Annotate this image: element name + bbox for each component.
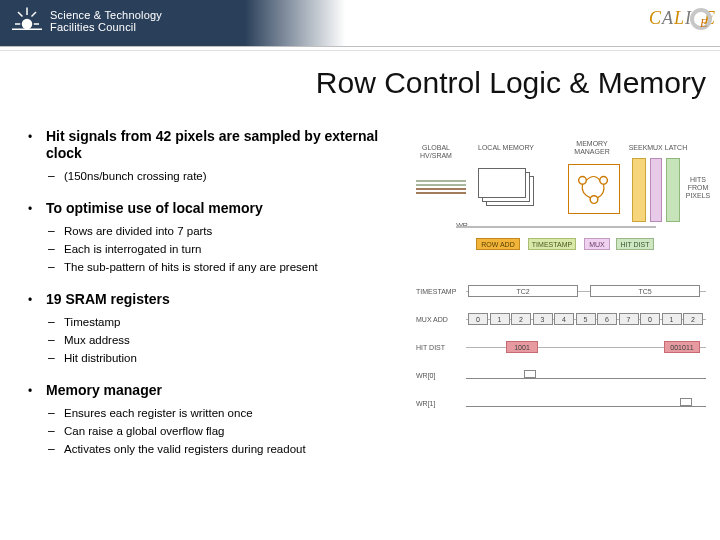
row-hitdist: HIT DIST xyxy=(416,344,464,352)
track-wr0 xyxy=(466,368,706,382)
track-timestamp: TC2 TC5 xyxy=(466,284,706,298)
sub: The sub-pattern of hits is stored if any… xyxy=(46,259,388,275)
sub: Hit distribution xyxy=(46,350,388,366)
mux-cell: 0 xyxy=(640,313,660,325)
sub: Each is interrogated in turn xyxy=(46,241,388,257)
lbl-global: GLOBAL HV/SRAM xyxy=(414,144,458,160)
sub: Can raise a global overflow flag xyxy=(46,423,388,439)
mux-cell: 0 xyxy=(468,313,488,325)
sub: (150ns/bunch crossing rate) xyxy=(46,168,388,184)
bus-lines xyxy=(416,180,466,194)
latch-block xyxy=(666,158,680,222)
sub: Mux address xyxy=(46,332,388,348)
lbl-mux: MUX xyxy=(646,144,664,152)
header-rule xyxy=(0,46,720,47)
bullet-1: To optimise use of local memory Rows are… xyxy=(28,200,388,275)
header-rule2 xyxy=(0,50,720,51)
hitdist-box: HIT DIST xyxy=(616,238,654,250)
lbl-hits: HITS FROM PIXELS xyxy=(684,176,712,200)
bullet-3: Memory manager Ensures each register is … xyxy=(28,382,388,457)
mux-cell: 5 xyxy=(576,313,596,325)
stfc-logo: Science & Technology Facilities Council xyxy=(12,6,162,36)
org-line1: Science & Technology xyxy=(50,9,162,21)
rowadd-box: ROW ADD xyxy=(476,238,520,250)
tc-b: TC5 xyxy=(590,285,700,297)
lbl-seek: SEEK xyxy=(628,144,648,152)
page-title: Row Control Logic & Memory xyxy=(0,66,714,100)
track-hitdist: 1001 001011 xyxy=(466,340,706,354)
bullet-2: 19 SRAM registers Timestamp Mux address … xyxy=(28,291,388,366)
tc-a: TC2 xyxy=(468,285,578,297)
stfc-text: Science & Technology Facilities Council xyxy=(50,9,162,33)
lbl-memmgr: MEMORY MANAGER xyxy=(560,140,624,156)
mux-cell: 1 xyxy=(490,313,510,325)
sub: Timestamp xyxy=(46,314,388,330)
block-diagram: GLOBAL HV/SRAM LOCAL MEMORY MEMORY MANAG… xyxy=(416,140,706,270)
mux-box: MUX xyxy=(584,238,610,250)
svg-point-8 xyxy=(600,177,608,185)
bullet-head: 19 SRAM registers xyxy=(46,291,388,308)
lbl-localmem: LOCAL MEMORY xyxy=(476,144,536,152)
mux-cell: 4 xyxy=(554,313,574,325)
sub: Ensures each register is written once xyxy=(46,405,388,421)
mux-cell: 2 xyxy=(683,313,703,325)
mux-cell: 3 xyxy=(533,313,553,325)
seek-block xyxy=(632,158,646,222)
svg-line-3 xyxy=(32,12,37,17)
calice-logo: CALIE xyxy=(649,8,716,31)
row-wr0: WR[0] xyxy=(416,372,464,380)
svg-line-2 xyxy=(18,12,23,17)
ring-icon xyxy=(690,8,712,30)
diagrams: GLOBAL HV/SRAM LOCAL MEMORY MEMORY MANAG… xyxy=(416,140,706,434)
bullet-head: To optimise use of local memory xyxy=(46,200,388,217)
sun-icon xyxy=(12,6,42,36)
memory-manager-icon xyxy=(568,164,620,214)
content: Hit signals from 42 pixels are sampled b… xyxy=(28,128,388,473)
timing-diagram: TIMESTAMP TC2 TC5 MUX ADD 01234567012 HI… xyxy=(416,284,706,434)
mux-cell: 1 xyxy=(662,313,682,325)
bullet-0: Hit signals from 42 pixels are sampled b… xyxy=(28,128,388,184)
bullet-list: Hit signals from 42 pixels are sampled b… xyxy=(28,128,388,457)
mux-cell: 2 xyxy=(511,313,531,325)
slide: Science & Technology Facilities Council … xyxy=(0,0,720,540)
mux-cell: 6 xyxy=(597,313,617,325)
row-timestamp: TIMESTAMP xyxy=(416,288,464,296)
hit-b: 001011 xyxy=(664,341,700,353)
track-muxadd: 01234567012 xyxy=(466,312,706,326)
mux-block xyxy=(650,158,662,222)
header: Science & Technology Facilities Council … xyxy=(0,0,720,56)
bullet-head: Hit signals from 42 pixels are sampled b… xyxy=(46,128,388,162)
row-muxadd: MUX ADD xyxy=(416,316,464,324)
bullet-head: Memory manager xyxy=(46,382,388,399)
wr-line xyxy=(456,226,656,228)
row-wr1: WR[1] xyxy=(416,400,464,408)
org-line2: Facilities Council xyxy=(50,21,162,33)
local-memory-icon xyxy=(478,168,536,212)
track-wr1 xyxy=(466,396,706,410)
timestamp-box: TIMESTAMP xyxy=(528,238,576,250)
svg-point-9 xyxy=(590,196,598,204)
sub: Rows are divided into 7 parts xyxy=(46,223,388,239)
hit-a: 1001 xyxy=(506,341,538,353)
lbl-latch: LATCH xyxy=(664,144,688,152)
mux-cell: 7 xyxy=(619,313,639,325)
svg-point-7 xyxy=(579,177,587,185)
svg-point-0 xyxy=(22,19,33,30)
sub: Activates only the valid registers durin… xyxy=(46,441,388,457)
svg-rect-6 xyxy=(12,29,42,31)
